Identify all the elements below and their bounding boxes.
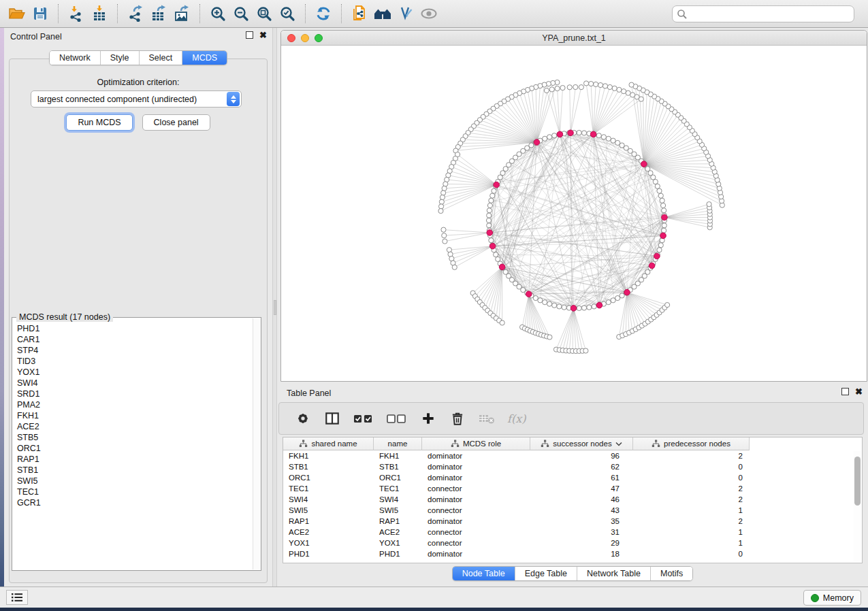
zoom-selected-icon[interactable]	[276, 3, 299, 24]
table-row[interactable]: PHD1PHD1dominator180	[283, 548, 853, 559]
list-icon	[11, 593, 23, 602]
import-network-icon[interactable]	[65, 3, 88, 24]
tab-style[interactable]: Style	[100, 51, 139, 65]
mcds-result-item[interactable]: SRD1	[13, 389, 252, 399]
export-image-icon[interactable]	[170, 3, 193, 24]
export-table-icon[interactable]	[147, 3, 170, 24]
search-input[interactable]	[688, 7, 854, 21]
table-cell: dominator	[422, 450, 530, 461]
run-mcds-button[interactable]: Run MCDS	[66, 114, 132, 131]
main-toolbar	[0, 0, 868, 28]
table-cell: connector	[422, 505, 530, 516]
add-column-icon[interactable]	[419, 410, 437, 427]
table-cell: FKH1	[283, 450, 374, 461]
table-cell: ACE2	[283, 527, 374, 538]
memory-button[interactable]: Memory	[803, 590, 861, 606]
close-panel-button[interactable]: Close panel	[142, 114, 210, 131]
task-history-button[interactable]	[6, 590, 28, 605]
tab-edge-table[interactable]: Edge Table	[515, 567, 577, 580]
tab-mcds[interactable]: MCDS	[182, 51, 227, 65]
float-panel-icon[interactable]	[841, 388, 849, 395]
table-row[interactable]: YOX1YOX1connector291	[283, 538, 853, 548]
splitter-grip[interactable]	[274, 300, 276, 315]
export-network-icon[interactable]	[124, 3, 147, 24]
mcds-result-item[interactable]: ORC1	[13, 443, 252, 454]
table-row[interactable]: RAP1RAP1dominator352	[283, 516, 853, 527]
mcds-result-item[interactable]: ACE2	[13, 421, 252, 432]
refresh-layout-icon[interactable]	[312, 3, 335, 24]
table-scrollbar[interactable]	[854, 451, 861, 561]
column-header[interactable]: name	[374, 437, 422, 450]
zoom-out-icon[interactable]	[229, 3, 253, 24]
mcds-result-item[interactable]: TEC1	[13, 486, 252, 497]
mcds-result-item[interactable]: PHD1	[13, 323, 252, 334]
column-tree-icon	[451, 440, 460, 448]
import-table-icon[interactable]	[88, 3, 111, 24]
column-header[interactable]: shared name	[283, 437, 374, 450]
open-file-icon[interactable]	[5, 3, 29, 24]
mcds-result-item[interactable]: STP4	[13, 345, 252, 356]
mcds-result-item[interactable]: FKH1	[13, 410, 252, 421]
tab-network-table[interactable]: Network Table	[577, 567, 650, 580]
table-cell: 1	[633, 538, 750, 548]
column-header[interactable]: successor nodes	[530, 437, 633, 450]
tab-network[interactable]: Network	[50, 51, 100, 65]
select-all-icon[interactable]	[353, 410, 374, 427]
mcds-result-item[interactable]: YOX1	[13, 367, 252, 378]
table-row[interactable]: FKH1FKH1dominator962	[283, 450, 853, 461]
mcds-result-item[interactable]: CAR1	[13, 334, 252, 345]
style-visibility-icon[interactable]	[394, 3, 417, 24]
vertical-splitter[interactable]	[272, 28, 277, 587]
table-cell: ORC1	[283, 472, 374, 483]
tab-select[interactable]: Select	[139, 51, 182, 65]
optimization-criterion-label: Optimization criterion:	[4, 78, 272, 87]
mcds-result-item[interactable]: TID3	[13, 356, 252, 367]
sort-chevron-icon[interactable]	[615, 442, 622, 446]
network-window-titlebar[interactable]: YPA_prune.txt_1	[281, 31, 867, 46]
eye-icon[interactable]	[417, 3, 440, 24]
mcds-result-item[interactable]: STB1	[13, 465, 252, 476]
mcds-result-item[interactable]: SWI5	[13, 476, 252, 486]
tab-node-table[interactable]: Node Table	[453, 567, 515, 580]
mcds-result-item[interactable]: RAP1	[13, 454, 252, 465]
table-row[interactable]: SWI4SWI4dominator462	[283, 494, 853, 505]
close-panel-icon[interactable]: ✖	[259, 31, 267, 39]
table-row[interactable]: ACE2ACE2connector311	[283, 527, 853, 538]
memory-label: Memory	[823, 593, 854, 603]
table-scrollbar-thumb[interactable]	[854, 457, 861, 506]
mcds-list-scrollbar[interactable]	[253, 318, 261, 569]
table-cell: 35	[530, 516, 633, 527]
criterion-value: largest connected component (undirected)	[31, 95, 227, 104]
table-cell: 2	[633, 494, 750, 505]
mcds-result-item[interactable]: PMA2	[13, 399, 252, 410]
mcds-result-item[interactable]: SWI4	[13, 378, 252, 389]
float-panel-icon[interactable]	[246, 31, 253, 39]
close-panel-icon[interactable]: ✖	[855, 388, 863, 395]
mcds-result-item[interactable]: GCR1	[13, 497, 252, 508]
table-row[interactable]: STB1STB1dominator620	[283, 461, 853, 472]
table-cell: TEC1	[283, 483, 374, 494]
binoculars-search-icon[interactable]	[371, 3, 394, 24]
delete-column-icon[interactable]	[449, 410, 466, 427]
criterion-select[interactable]: largest connected component (undirected)	[31, 90, 242, 108]
zoom-in-icon[interactable]	[206, 3, 229, 24]
table-row[interactable]: TEC1TEC1connector472	[283, 483, 853, 494]
table-cell: YOX1	[283, 538, 374, 548]
network-canvas[interactable]	[281, 46, 867, 381]
table-row[interactable]: ORC1ORC1dominator610	[283, 472, 853, 483]
column-header[interactable]: MCDS role	[422, 437, 530, 450]
column-header[interactable]: predecessor nodes	[633, 437, 750, 450]
columns-icon[interactable]	[323, 410, 341, 427]
gear-icon[interactable]	[294, 410, 312, 427]
mcds-result-title: MCDS result (17 nodes)	[16, 312, 113, 322]
deselect-all-icon[interactable]	[386, 410, 408, 427]
table-row[interactable]: SWI5SWI5connector431	[283, 505, 853, 516]
table-cell: SWI4	[374, 494, 422, 505]
tab-motifs[interactable]: Motifs	[650, 567, 692, 580]
zoom-fit-icon[interactable]	[253, 3, 276, 24]
share-network-document-icon[interactable]	[348, 3, 371, 24]
save-session-icon[interactable]	[29, 3, 52, 24]
toolbar-separator	[199, 4, 200, 23]
mcds-result-item[interactable]: STB5	[13, 432, 252, 443]
table-cell: SWI5	[374, 505, 422, 516]
